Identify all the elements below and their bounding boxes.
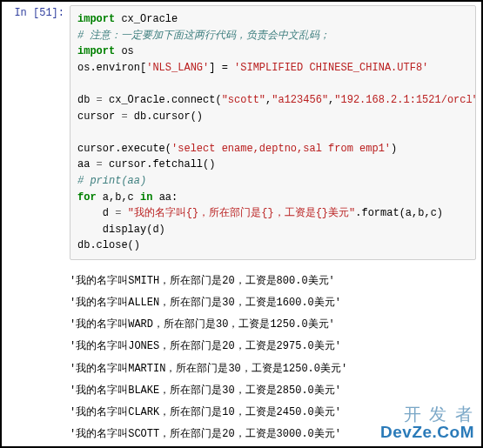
code-text: cursor: [77, 110, 121, 123]
string-literal: "a123456": [272, 94, 328, 106]
output-row: '我的名字叫BLAKE，所在部门是30，工资是2850.0美元': [70, 384, 341, 397]
code-text: db: [77, 94, 97, 106]
string-literal: 'NLS_LANG': [146, 62, 209, 74]
code-text: display(d): [77, 224, 165, 236]
module-os: os: [121, 45, 133, 57]
string-literal: "我的名字叫{}，所在部门是{}，工资是{}美元": [128, 207, 356, 219]
operator: =: [121, 110, 127, 123]
code-text: db.close(): [77, 239, 140, 251]
code-text: .format(a,b,c): [355, 207, 443, 219]
output-row: '我的名字叫WARD，所在部门是30，工资是1250.0美元': [70, 318, 335, 331]
string-literal: 'SIMPLIFIED CHINESE_CHINA.UTF8': [234, 62, 428, 74]
kw-import: import: [77, 45, 115, 57]
output-row: '我的名字叫JONES，所在部门是20，工资是2975.0美元': [70, 340, 341, 352]
kw-for: for: [77, 191, 97, 204]
code-text: aa:: [152, 191, 178, 204]
output-row: '我的名字叫SCOTT，所在部门是20，工资是3000.0美元': [70, 428, 341, 440]
output-cell: '我的名字叫SMITH，所在部门是20，工资是800.0美元' '我的名字叫AL…: [2, 264, 481, 448]
output-row: '我的名字叫ALLEN，所在部门是30，工资是1600.0美元': [70, 297, 341, 309]
module-cx-oracle: cx_Oracle: [121, 13, 178, 25]
code-text: db.cursor(): [128, 110, 203, 123]
code-area[interactable]: import cx_Oracle # 注意：一定要加下面这两行代码，负责会中文乱…: [70, 5, 476, 260]
code-text: ] =: [209, 62, 234, 74]
output-row: '我的名字叫MARTIN，所在部门是30，工资是1250.0美元': [70, 363, 347, 375]
string-literal: "scott": [222, 94, 265, 106]
kw-in: in: [140, 191, 152, 204]
comment-line: # print(aa): [77, 175, 146, 187]
code-text: cx_Oracle.connect(: [103, 94, 222, 106]
string-literal: "192.168.2.1:1521/orcl": [334, 94, 476, 106]
code-text: [121, 207, 127, 219]
input-cell: In [51]: import cx_Oracle # 注意：一定要加下面这两行…: [2, 2, 481, 264]
output-area: '我的名字叫SMITH，所在部门是20，工资是800.0美元' '我的名字叫AL…: [70, 264, 481, 448]
code-text: a,b,c: [97, 191, 140, 204]
operator: =: [97, 158, 103, 171]
code-text: os.environ[: [77, 62, 146, 74]
code-text: aa: [77, 158, 97, 171]
operator: =: [97, 94, 103, 106]
output-row: '我的名字叫CLARK，所在部门是10，工资是2450.0美元': [70, 406, 341, 418]
code-text: cursor.execute(: [77, 143, 171, 155]
paren: ): [391, 143, 397, 155]
output-prompt: [2, 264, 70, 274]
comment-line: # 注意：一定要加下面这两行代码，负责会中文乱码；: [77, 30, 330, 42]
kw-import: import: [77, 13, 115, 25]
output-row: '我的名字叫SMITH，所在部门是20，工资是800.0美元': [70, 275, 335, 287]
notebook-container: In [51]: import cx_Oracle # 注意：一定要加下面这两行…: [0, 0, 483, 448]
input-prompt: In [51]:: [2, 2, 70, 24]
string-literal: 'select ename,deptno,sal from emp1': [171, 143, 391, 155]
code-text: cursor.fetchall(): [103, 158, 216, 171]
code-text: d: [77, 207, 115, 219]
